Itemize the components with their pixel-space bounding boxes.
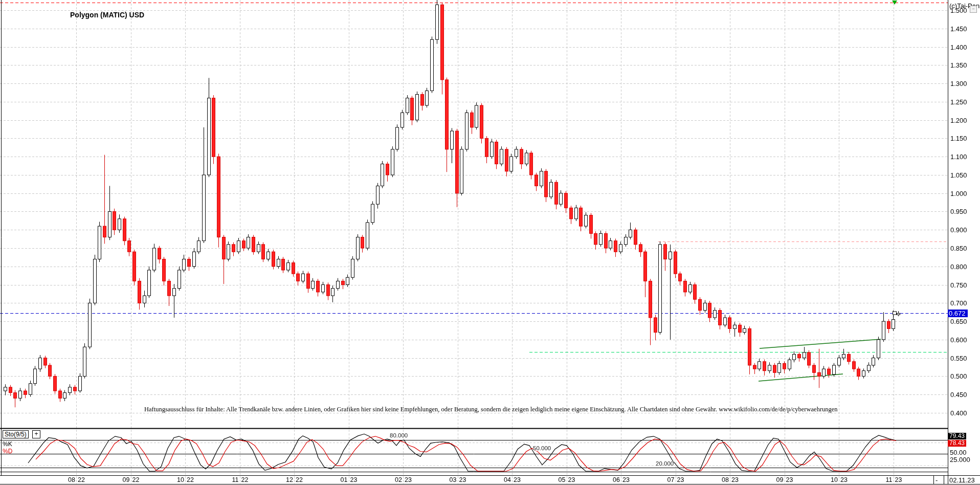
month-axis-label: 12 — [282, 476, 293, 483]
stoch-level-label: 50.000 — [533, 446, 551, 451]
price-axis-label: 1.150 — [950, 135, 967, 142]
price-axis-label: 0.450 — [950, 391, 967, 398]
month-axis-label: 02 — [391, 476, 402, 483]
month-axis-label: 08 — [718, 476, 729, 483]
price-axis-label: 0.600 — [950, 337, 967, 343]
price-axis-label: 0.550 — [950, 355, 967, 362]
year-axis-label: 23 — [731, 476, 739, 483]
price-axis-label: 1.250 — [950, 99, 967, 105]
year-axis-label: 23 — [786, 476, 793, 483]
year-axis-label: 22 — [241, 476, 249, 483]
stoch-mid-label: 50.00 — [950, 449, 967, 456]
month-axis-label: 08 — [64, 476, 75, 483]
month-axis-label: 11 — [228, 476, 239, 483]
year-axis-label: 23 — [840, 476, 848, 483]
month-axis-label: 03 — [446, 476, 457, 483]
stoch-d-value-badge: 78.43 — [948, 440, 966, 447]
year-axis-label: 23 — [459, 476, 466, 483]
disclaimer-text: Haftungsausschluss für Inhalte: Alle Tre… — [144, 406, 838, 413]
year-axis-label: 22 — [187, 476, 194, 483]
year-axis-label: 23 — [350, 476, 358, 483]
stoch-k-legend: %K — [3, 441, 12, 447]
year-axis-label: 22 — [78, 476, 85, 483]
year-axis-label: 23 — [568, 476, 575, 483]
month-axis-label: 10 — [827, 476, 838, 483]
stoch-low-label: 25.000 — [950, 456, 970, 463]
price-axis-label: 0.850 — [950, 245, 967, 252]
last-price-badge: 0.672 — [948, 310, 968, 317]
price-axis-label: 0.950 — [950, 208, 967, 215]
price-axis-label: 0.800 — [950, 263, 967, 270]
status-dash-cell: - — [936, 476, 938, 484]
window-minimize-button[interactable]: − — [970, 6, 977, 13]
price-axis-label: 0.750 — [950, 282, 967, 289]
price-axis-label: 1.400 — [950, 44, 967, 51]
month-axis-label: 10 — [173, 476, 184, 483]
stoch-k-value-badge: 79.43 — [948, 433, 966, 439]
month-axis-label: 09 — [772, 476, 784, 483]
price-axis-label: 0.650 — [950, 318, 967, 325]
price-axis-label: 1.450 — [950, 26, 967, 32]
month-axis-label: 09 — [119, 476, 130, 483]
status-date: 02.11.23 — [949, 476, 975, 484]
year-axis-label: 23 — [677, 476, 684, 483]
chart-window: Polygon (MATIC) USD (c)Tai-Pan − 1.5001.… — [0, 0, 980, 485]
month-axis-label: 06 — [609, 476, 620, 483]
chart-title: Polygon (MATIC) USD — [70, 11, 144, 19]
indicator-expand-icon[interactable]: + — [32, 430, 40, 438]
price-axis-label: 1.350 — [950, 62, 967, 69]
price-axis-label: 1.100 — [950, 153, 967, 160]
indicator-name-button[interactable]: Sto(9/5) — [3, 430, 29, 438]
stoch-level-label: 20.000 — [656, 461, 674, 467]
price-axis-label: 0.700 — [950, 300, 967, 306]
month-axis-label: 01 — [337, 476, 348, 483]
price-axis-label: 1.500 — [950, 7, 967, 14]
price-axis-label: 1.050 — [950, 172, 967, 179]
month-axis-label: 05 — [554, 476, 566, 483]
year-axis-label: 23 — [405, 476, 412, 483]
price-axis-label: 0.500 — [950, 373, 967, 380]
price-axis-label: 1.200 — [950, 117, 967, 124]
year-axis-label: 23 — [514, 476, 521, 483]
month-axis-label: 04 — [500, 476, 511, 483]
year-axis-label: 22 — [296, 476, 303, 483]
year-axis-label: 23 — [895, 476, 902, 483]
price-axis-label: 1.000 — [950, 190, 967, 197]
month-axis-label: 07 — [663, 476, 675, 483]
month-axis-label: 11 — [881, 476, 893, 483]
year-axis-label: 22 — [132, 476, 140, 483]
price-axis-label: 1.300 — [950, 80, 967, 87]
price-axis-label: 0.900 — [950, 227, 967, 233]
stoch-d-legend: %D — [3, 448, 12, 454]
year-axis-label: 23 — [622, 476, 630, 483]
stoch-level-label: 80.000 — [390, 433, 408, 438]
price-axis-label: 0.400 — [950, 410, 967, 416]
